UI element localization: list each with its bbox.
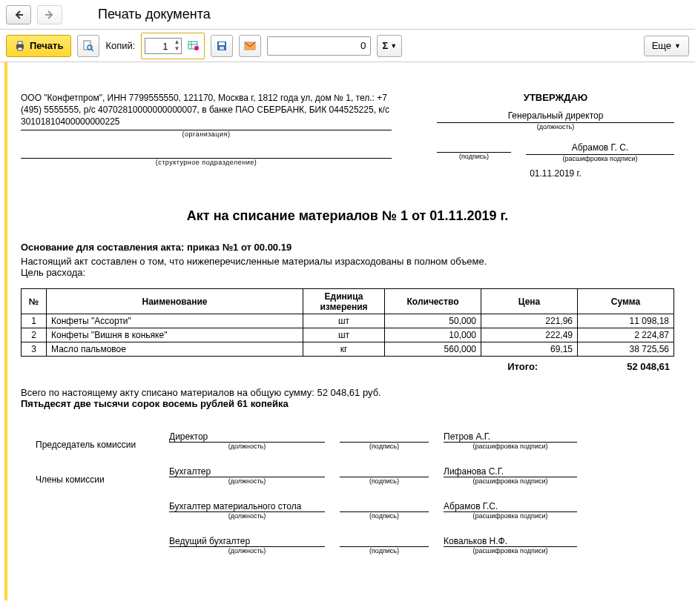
cell-unit: кг <box>303 342 385 357</box>
svg-point-11 <box>194 46 199 50</box>
approve-post-sub: (должность) <box>437 123 674 130</box>
chevron-down-icon: ▼ <box>674 42 681 50</box>
settings-button[interactable] <box>186 35 201 57</box>
save-button[interactable] <box>211 35 233 57</box>
commission-post: Директор <box>169 431 325 443</box>
svg-rect-14 <box>220 47 224 50</box>
commission-name-sub: (расшифровка подписи) <box>444 477 577 485</box>
th-unit: Единица измерения <box>303 289 385 314</box>
commission-post-sub: (должность) <box>169 443 325 450</box>
forward-button[interactable] <box>37 5 62 24</box>
th-num: № <box>22 289 47 314</box>
svg-rect-3 <box>18 42 22 44</box>
print-button-label: Печать <box>30 40 63 51</box>
envelope-icon <box>244 40 256 52</box>
cell-price: 221,96 <box>481 314 578 328</box>
commission-role-label: Председатель комиссии <box>21 440 154 450</box>
commission-post: Бухгалтер <box>169 466 325 477</box>
table-row: 1Конфеты "Ассорти"шт50,000221,9611 098,1… <box>22 314 674 328</box>
arrow-left-icon <box>13 9 24 21</box>
subdivision-line <box>21 148 392 159</box>
approve-name: Абрамов Г. С. <box>526 142 674 155</box>
cell-qty: 10,000 <box>385 328 481 342</box>
commission-sign-line <box>340 536 429 547</box>
cell-name: Конфеты "Вишня в коньяке" <box>47 328 303 342</box>
commission-role-label: Члены комиссии <box>21 474 154 485</box>
sum-button[interactable]: Σ ▼ <box>377 35 402 57</box>
commission-row: Ведущий бухгалтер(должность) (подпись)Ко… <box>21 536 674 554</box>
commission-post-sub: (должность) <box>169 547 325 554</box>
commission-row: Бухгалтер материального стола(должность)… <box>21 501 674 520</box>
commission-sign-sub: (подпись) <box>340 443 429 450</box>
cell-price: 69,15 <box>481 342 578 357</box>
description: Настоящий акт составлен о том, что нижеп… <box>21 256 674 267</box>
cell-qty: 560,000 <box>385 342 481 357</box>
commission-sign-sub: (подпись) <box>340 547 429 554</box>
commission-name: Ковальков Н.Ф. <box>444 536 577 547</box>
commission-row: Члены комиссииБухгалтер(должность) (подп… <box>21 466 674 485</box>
summary-words: Пятьдесят две тысячи сорок восемь рублей… <box>21 398 674 409</box>
commission-sign-line <box>340 431 429 443</box>
toolbar: Печать Копий: 1 ▲▼ Σ ▼ Еще ▼ <box>0 30 695 62</box>
print-button[interactable]: Печать <box>6 35 71 57</box>
organization-sublabel: (организация) <box>21 130 392 138</box>
commission-sign-line <box>340 501 429 512</box>
cell-name: Масло пальмовое <box>47 342 303 357</box>
subdivision-sublabel: (структурное подразделение) <box>21 159 392 166</box>
cell-sum: 2 224,87 <box>578 328 674 342</box>
basis-label: Основание для составления акта: <box>21 242 184 253</box>
commission-name: Абрамов Г.С. <box>444 501 577 512</box>
send-button[interactable] <box>239 35 261 57</box>
summary-text: Всего по настоящему акту списано материа… <box>21 387 674 398</box>
items-table: № Наименование Единица измерения Количес… <box>21 288 674 357</box>
back-button[interactable] <box>6 5 31 24</box>
cell-num: 3 <box>22 342 47 357</box>
th-price: Цена <box>481 289 578 314</box>
commission-sign-line <box>340 466 429 477</box>
floppy-icon <box>216 40 228 52</box>
basis-line: Основание для составления акта: приказ №… <box>21 242 674 253</box>
commission-block: Председатель комиссииДиректор(должность)… <box>21 431 674 554</box>
commission-name: Лифанова С.Г. <box>444 466 577 477</box>
table-row: 3Масло пальмовоекг560,00069,1538 725,56 <box>22 342 674 357</box>
more-button-label: Еще <box>652 40 671 51</box>
total-value: 52 048,61 <box>627 361 670 372</box>
cell-sum: 11 098,18 <box>578 314 674 328</box>
cell-num: 2 <box>22 328 47 342</box>
approve-date: 01.11.2019 г. <box>437 168 674 179</box>
document-title: Акт на списание материалов № 1 от 01.11.… <box>21 208 674 224</box>
commission-name-sub: (расшифровка подписи) <box>444 547 577 554</box>
approve-title: УТВЕРЖДАЮ <box>437 92 674 103</box>
window-title: Печать документа <box>98 7 211 22</box>
page-number-field[interactable] <box>267 36 371 56</box>
commission-post: Ведущий бухгалтер <box>169 536 325 547</box>
sigma-icon: Σ <box>382 40 388 51</box>
document-page: ООО "Конфетпром", ИНН 7799555550, 121170… <box>0 62 695 600</box>
commission-name-sub: (расшифровка подписи) <box>444 512 577 520</box>
total-row: Итого: 52 048,61 <box>21 361 674 372</box>
table-header-row: № Наименование Единица измерения Количес… <box>22 289 674 314</box>
approve-name-sub: (расшифровка подписи) <box>526 155 674 162</box>
cell-name: Конфеты "Ассорти" <box>47 314 303 328</box>
th-qty: Количество <box>385 289 481 314</box>
th-sum: Сумма <box>578 289 674 314</box>
copies-input[interactable]: 1 ▲▼ <box>145 38 182 54</box>
approve-sign-sub: (подпись) <box>437 153 511 160</box>
commission-sign-sub: (подпись) <box>340 512 429 520</box>
total-label: Итого: <box>507 361 538 372</box>
printer-icon <box>14 40 26 52</box>
commission-name-sub: (расшифровка подписи) <box>444 443 577 450</box>
table-settings-icon <box>188 40 200 52</box>
more-button[interactable]: Еще ▼ <box>644 36 689 56</box>
spin-down-icon[interactable]: ▼ <box>171 46 179 53</box>
approve-sign-line <box>437 142 511 153</box>
purpose-label: Цель расхода: <box>21 267 674 278</box>
svg-line-7 <box>91 49 93 51</box>
cell-sum: 38 725,56 <box>578 342 674 357</box>
preview-button[interactable] <box>77 35 99 57</box>
organization-text: ООО "Конфетпром", ИНН 7799555550, 121170… <box>21 92 392 130</box>
table-row: 2Конфеты "Вишня в коньяке"шт10,000222,49… <box>22 328 674 342</box>
titlebar: Печать документа <box>0 0 695 30</box>
organization-block: ООО "Конфетпром", ИНН 7799555550, 121170… <box>21 92 392 179</box>
th-name: Наименование <box>47 289 303 314</box>
